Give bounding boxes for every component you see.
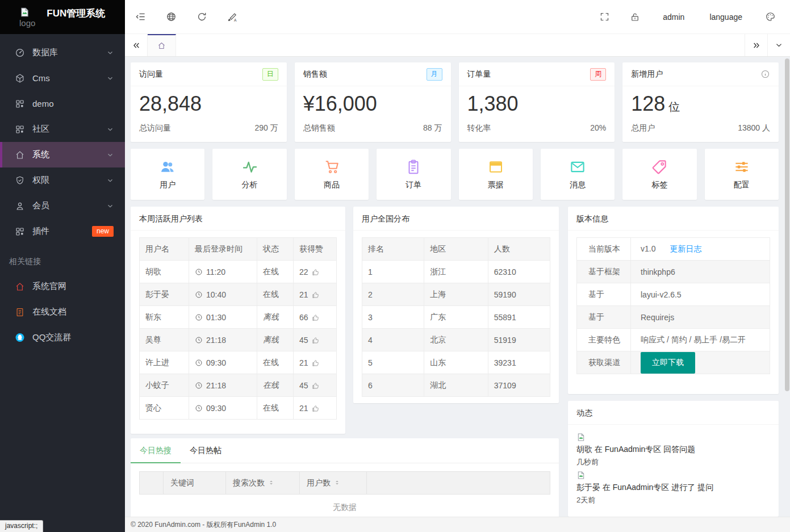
chevron-down-icon (107, 49, 114, 56)
double-chevron-right-icon (752, 41, 761, 50)
shortcut-analysis[interactable]: 分析 (212, 149, 286, 200)
refresh-button[interactable] (186, 0, 217, 34)
tabs-scroll-left-button[interactable] (125, 34, 148, 56)
shortcut-tickets[interactable]: 票据 (459, 149, 533, 200)
stat-card-new-users: 新增用户 128位 总用户 13800 人 (622, 62, 779, 142)
shortcut-users[interactable]: 用户 (131, 149, 204, 200)
sidebar-item-label: 系统 (32, 149, 49, 160)
site-home-button[interactable] (156, 0, 186, 34)
gauge-icon (15, 48, 25, 58)
status-cell: 在线 (257, 374, 294, 397)
user-icon (15, 201, 25, 211)
period-badge-month: 月 (427, 68, 442, 81)
shortcut-settings[interactable]: 配置 (705, 149, 779, 200)
table-row: 3广东55891 (362, 306, 550, 329)
home-icon (15, 150, 25, 160)
user-menu-button[interactable]: admin (650, 0, 697, 34)
stat-card-title: 订单量 (467, 69, 491, 79)
tab-hot-search[interactable]: 今日热搜 (131, 438, 181, 463)
table-row: 贤心 09:30 在线 21 (140, 397, 337, 420)
sidebar-section-title: 相关链接 (0, 244, 125, 274)
shortcut-goods[interactable]: 商品 (295, 149, 369, 200)
shortcut-orders[interactable]: 订单 (377, 149, 450, 200)
svg-text:A: A (234, 18, 237, 22)
panel-title: 版本信息 (568, 207, 779, 231)
version-row: 基于 Requirejs (577, 306, 770, 329)
unlock-icon (630, 12, 640, 22)
fullscreen-button[interactable] (589, 0, 620, 34)
sidebar-link-online-docs[interactable]: 在线文档 (0, 299, 125, 325)
sidebar-item-database[interactable]: 数据库 (0, 40, 125, 65)
table-row: 6湖北37109 (362, 374, 550, 397)
shortcut-label: 标签 (651, 180, 667, 190)
status-cell: 离线 (257, 306, 294, 329)
sidebar-item-system[interactable]: 系统 (0, 142, 125, 167)
globe-icon (166, 11, 177, 22)
clock-icon (195, 382, 203, 389)
empty-table-message: 无数据 (139, 495, 550, 513)
chevron-down-icon (107, 126, 114, 133)
tabs-scroll-right-button[interactable] (745, 34, 767, 56)
stat-card-value: 1,380 (459, 86, 615, 116)
sidebar-link-official-site[interactable]: 系统官网 (0, 274, 125, 299)
right-panels-column: 版本信息 当前版本 v1.0更新日志 基于框架 thinkphp6 (568, 207, 779, 517)
activity-item: 胡歌 在 FunAadmin专区 回答问题 几秒前 (576, 433, 770, 467)
lock-screen-button[interactable] (620, 0, 650, 34)
users-icon (159, 158, 176, 175)
sidebar-item-cms[interactable]: Cms (0, 65, 125, 91)
window-icon (487, 158, 504, 175)
broken-image-icon (576, 433, 586, 442)
shortcut-messages[interactable]: 消息 (541, 149, 615, 200)
document-icon (15, 307, 25, 317)
column-header: 获得赞 (294, 238, 337, 261)
panel-title: 动态 (568, 401, 779, 425)
version-row: 基于框架 thinkphp6 (577, 261, 770, 283)
stat-footer-label: 总用户 (631, 123, 655, 133)
sidebar-item-label: Cms (32, 73, 50, 83)
tab-hot-posts[interactable]: 今日热帖 (181, 438, 231, 463)
empty-column-header (367, 472, 550, 495)
stat-footer-value: 88 万 (423, 123, 442, 133)
stat-card-title: 访问量 (139, 69, 163, 79)
column-header: 状态 (257, 238, 294, 261)
sidebar-item-plugin[interactable]: 插件 new (0, 219, 125, 244)
theme-button[interactable] (755, 0, 785, 34)
home-icon (15, 282, 25, 292)
sort-icon[interactable] (334, 479, 340, 487)
changelog-link[interactable]: 更新日志 (670, 244, 701, 253)
table-row: 小蚊子 21:18 在线 45 (140, 374, 337, 397)
sidebar-link-label: 在线文档 (32, 307, 66, 317)
page-scrollbar-thumb[interactable] (785, 58, 789, 391)
stat-card-value: 28,848 (131, 86, 287, 116)
components-icon (15, 227, 25, 237)
tabs-more-button[interactable] (767, 34, 790, 56)
stat-footer-value: 20% (590, 123, 606, 133)
distribution-table: 排名 地区 人数 1浙江62310 2上海59190 3广东55891 (362, 237, 550, 397)
qq-icon (15, 332, 25, 343)
version-row: 获取渠道 立即下载 (577, 351, 770, 374)
column-header: 排名 (362, 238, 424, 261)
tab-home[interactable] (148, 34, 176, 56)
hot-tabs: 今日热搜 今日热帖 (131, 438, 559, 463)
column-header: 人数 (488, 238, 550, 261)
sidebar: logo FUN管理系统 数据库 Cms demo 社区 系统 (0, 0, 125, 532)
download-button[interactable]: 立即下载 (641, 352, 695, 374)
shortcut-label: 配置 (734, 180, 750, 190)
logo-alt-text: logo (19, 18, 35, 28)
sidebar-item-demo[interactable]: demo (0, 91, 125, 116)
clear-cache-button[interactable]: A (217, 0, 248, 34)
sidebar-item-member[interactable]: 会员 (0, 193, 125, 219)
version-row: 主要特色 响应式 / 简约 / 易上手 /易二开 (577, 329, 770, 351)
sidebar-menu: 数据库 Cms demo 社区 系统 权限 会员 (0, 34, 125, 244)
collapse-menu-button[interactable] (125, 0, 156, 34)
components-icon (15, 99, 25, 109)
sidebar-link-qq-group[interactable]: QQ交流群 (0, 325, 125, 350)
sidebar-item-label: 插件 (32, 226, 49, 237)
status-cell: 在线 (257, 283, 294, 306)
language-menu-button[interactable]: language (697, 0, 755, 34)
shortcut-tags[interactable]: 标签 (622, 149, 696, 200)
palette-icon (765, 11, 776, 22)
sidebar-item-community[interactable]: 社区 (0, 116, 125, 142)
sidebar-item-permission[interactable]: 权限 (0, 167, 125, 193)
sort-icon[interactable] (268, 479, 274, 487)
